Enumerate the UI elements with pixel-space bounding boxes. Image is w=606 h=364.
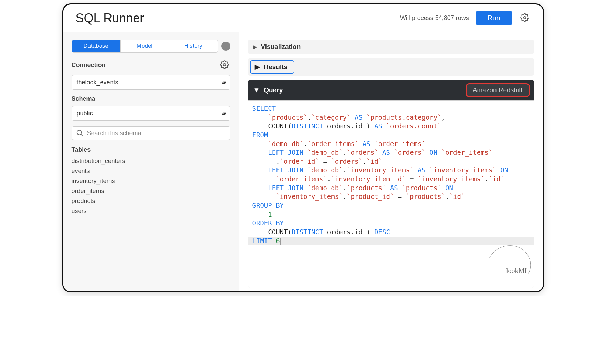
tab-model[interactable]: Model bbox=[121, 40, 169, 52]
tables-label: Tables bbox=[72, 146, 230, 153]
results-label: Results bbox=[264, 63, 288, 71]
visualization-toggle[interactable]: ▶ Visualization bbox=[248, 40, 534, 54]
svg-point-1 bbox=[223, 64, 226, 66]
results-panel: ▶ Results bbox=[248, 58, 534, 76]
table-item[interactable]: users bbox=[72, 206, 230, 216]
table-item[interactable]: products bbox=[72, 196, 230, 206]
schema-select[interactable]: public ▴▾ bbox=[72, 106, 230, 121]
results-toggle[interactable]: ▶ Results bbox=[250, 60, 295, 74]
rows-info: Will process 54,807 rows bbox=[400, 14, 469, 22]
header: SQL Runner Will process 54,807 rows Run bbox=[63, 4, 543, 32]
settings-button[interactable] bbox=[519, 12, 531, 24]
minus-icon: − bbox=[224, 43, 228, 49]
svg-line-3 bbox=[81, 134, 83, 136]
table-item[interactable]: order_items bbox=[72, 186, 230, 196]
visualization-label: Visualization bbox=[261, 43, 301, 51]
schema-search-input[interactable] bbox=[87, 130, 226, 137]
cursor-icon bbox=[280, 238, 281, 245]
tables-list: distribution_centers events inventory_it… bbox=[72, 156, 230, 216]
gear-icon bbox=[220, 60, 229, 69]
table-item[interactable]: inventory_items bbox=[72, 176, 230, 186]
schema-label: Schema bbox=[72, 95, 230, 103]
run-button[interactable]: Run bbox=[476, 11, 512, 25]
tab-database[interactable]: Database bbox=[72, 40, 121, 52]
search-icon bbox=[76, 129, 84, 137]
sidebar-tab-row: Database Model History − bbox=[72, 40, 230, 53]
main: Database Model History − Connection bbox=[63, 32, 543, 291]
header-actions: Will process 54,807 rows Run bbox=[400, 11, 531, 25]
connection-header: Connection bbox=[72, 59, 230, 72]
query-label: Query bbox=[264, 86, 283, 94]
gear-icon bbox=[520, 13, 529, 22]
page-title: SQL Runner bbox=[76, 11, 144, 25]
updown-icon: ▴▾ bbox=[222, 110, 225, 117]
updown-icon: ▴▾ bbox=[222, 79, 225, 86]
sidebar: Database Model History − Connection bbox=[63, 32, 239, 291]
content: ▶ Visualization ▶ Results ▼ Query Amazon… bbox=[239, 32, 543, 291]
caret-down-icon: ▼ bbox=[253, 86, 260, 94]
connection-label: Connection bbox=[72, 62, 106, 69]
table-item[interactable]: distribution_centers bbox=[72, 156, 230, 166]
svg-point-2 bbox=[77, 130, 81, 135]
sidebar-tabs: Database Model History bbox=[72, 40, 218, 53]
schema-search[interactable] bbox=[72, 126, 230, 140]
connection-value: thelook_events bbox=[77, 79, 118, 86]
visualization-panel: ▶ Visualization bbox=[248, 40, 534, 54]
table-item[interactable]: events bbox=[72, 166, 230, 176]
connection-settings-button[interactable] bbox=[219, 59, 230, 72]
query-panel-header[interactable]: ▼ Query Amazon Redshift bbox=[248, 80, 534, 100]
connection-select[interactable]: thelook_events ▴▾ bbox=[72, 75, 230, 90]
caret-right-icon: ▶ bbox=[255, 63, 260, 71]
tab-history[interactable]: History bbox=[169, 40, 217, 52]
db-dialect-badge: Amazon Redshift bbox=[466, 83, 530, 97]
collapse-sidebar-button[interactable]: − bbox=[221, 42, 230, 51]
svg-point-0 bbox=[523, 17, 526, 19]
caret-right-icon: ▶ bbox=[253, 44, 257, 50]
app-window: SQL Runner Will process 54,807 rows Run … bbox=[62, 3, 544, 292]
sql-editor[interactable]: SELECT `products`.`category` AS `product… bbox=[248, 100, 534, 288]
lookml-logo: lookML bbox=[489, 248, 529, 285]
schema-value: public bbox=[77, 110, 93, 117]
